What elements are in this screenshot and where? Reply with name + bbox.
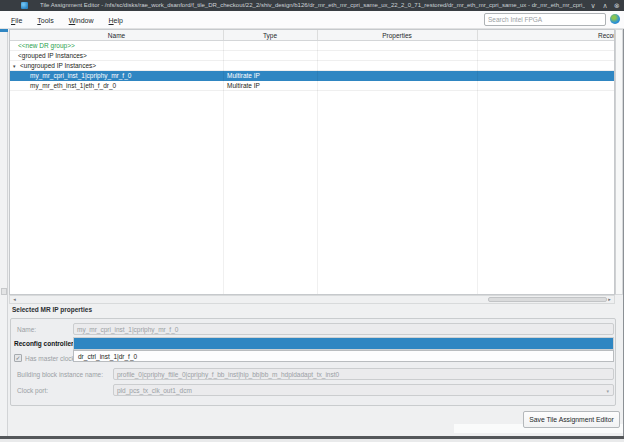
mr-ip-properties-groupbox: Name: my_mr_cpri_inst_1|cpriphy_mr_f_0 R…	[10, 318, 616, 406]
vertical-scrollbar[interactable]	[615, 29, 623, 295]
chevron-down-icon: ▾	[606, 385, 609, 396]
left-panel-strip	[0, 29, 8, 436]
intel-fpga-globe-icon[interactable]	[610, 14, 620, 24]
table-row-new-dr-group[interactable]: <<new DR group>>	[10, 41, 614, 51]
clock-port-value: pld_pcs_tx_clk_out1_dcm	[117, 387, 192, 394]
scroll-right-icon[interactable]: ▸	[606, 296, 613, 303]
window-title: Tile Assignment Editor - /nfs/sc/disks/r…	[40, 0, 585, 11]
app-icon	[21, 2, 28, 9]
column-divider	[223, 41, 224, 294]
ip-instances-table: Name Type Properties Recon <<new DR grou…	[9, 29, 615, 295]
horizontal-scrollbar[interactable]: ◂ ▸	[9, 295, 615, 304]
column-divider	[477, 41, 478, 294]
reconfig-controller-combobox[interactable]	[73, 337, 614, 350]
column-divider	[317, 30, 318, 41]
building-block-label: Building block instance name:	[17, 371, 103, 378]
name-label: Name:	[17, 326, 36, 333]
maximize-icon[interactable]: ∧	[601, 0, 609, 11]
column-header-reconfig[interactable]: Recon	[598, 30, 614, 41]
has-master-clock-checkbox: ✓	[14, 354, 22, 362]
menu-tools[interactable]: Tools	[34, 16, 56, 25]
menu-file[interactable]: File	[8, 16, 25, 25]
column-header-properties[interactable]: Properties	[317, 30, 477, 41]
column-divider	[223, 30, 224, 41]
scroll-left-icon[interactable]: ◂	[11, 296, 18, 303]
table-row-eth-inst[interactable]: my_mr_eth_inst_1|eth_f_dr_0 Multirate IP	[10, 81, 614, 91]
menu-items: File Tools Window Help	[8, 11, 126, 29]
column-divider	[317, 41, 318, 294]
splitter-handle[interactable]	[1, 288, 7, 295]
has-master-clock-label: Has master clock	[25, 355, 75, 362]
column-header-name[interactable]: Name	[10, 30, 223, 41]
titlebar[interactable]: Tile Assignment Editor - /nfs/sc/disks/r…	[0, 0, 624, 11]
tile-assignment-editor-window: Tile Assignment Editor - /nfs/sc/disks/r…	[0, 0, 624, 442]
scrollbar-thumb[interactable]	[488, 297, 607, 302]
building-block-field: profile_0|cpriphy_ftile_0|cpriphy_f_bb_i…	[113, 368, 614, 380]
close-icon[interactable]: ⊗	[613, 0, 621, 11]
name-field: my_mr_cpri_inst_1|cpriphy_mr_f_0	[73, 323, 614, 335]
clock-port-combobox: pld_pcs_tx_clk_out1_dcm ▾	[113, 384, 614, 396]
reconfig-controller-label: Reconfig controller:	[14, 340, 76, 347]
column-header-type[interactable]: Type	[223, 30, 317, 41]
section-title: Selected MR IP properties	[12, 306, 92, 313]
menu-help[interactable]: Help	[106, 16, 126, 25]
left-panel-accent	[0, 29, 8, 32]
table-row-cpri-inst[interactable]: my_mr_cpri_inst_1|cpriphy_mr_f_0 Multira…	[10, 71, 614, 81]
save-tile-assignment-button[interactable]: Save Tile Assignment Editor	[523, 411, 620, 428]
table-row-ungrouped-ip[interactable]: ▾ <ungrouped IP Instances>	[10, 61, 614, 71]
menu-window[interactable]: Window	[66, 16, 97, 25]
table-header: Name Type Properties Recon	[10, 30, 614, 41]
master-clock-dropdown-item[interactable]: dr_ctrl_inst_1|dr_f_0	[73, 350, 614, 362]
column-divider	[477, 30, 478, 41]
search-input[interactable]	[484, 13, 606, 26]
minimize-icon[interactable]: ∨	[589, 0, 597, 11]
window-controls: ∨ ∧ ⊗	[589, 0, 621, 11]
table-row-grouped-ip[interactable]: <grouped IP Instances>	[10, 51, 614, 61]
expander-icon[interactable]: ▾	[13, 61, 16, 71]
clock-port-label: Clock port:	[17, 387, 48, 394]
